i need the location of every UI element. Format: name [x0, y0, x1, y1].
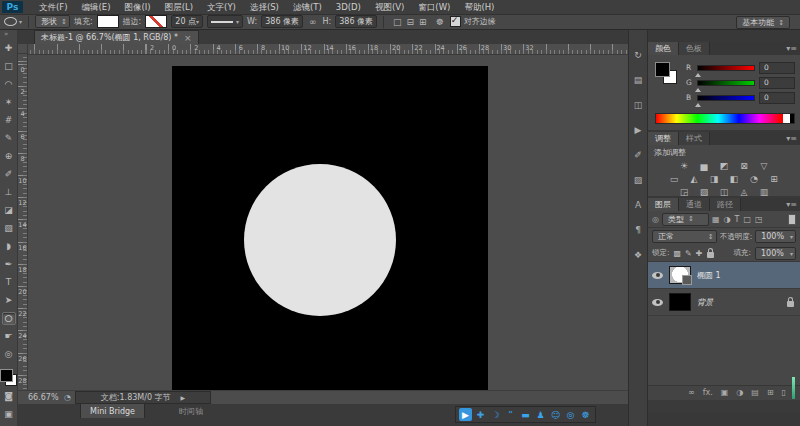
foreground-color-swatch[interactable] — [655, 62, 670, 77]
adj-posterize-icon[interactable]: ▨ — [698, 186, 711, 198]
link-dimensions-icon[interactable]: ∞ — [307, 17, 319, 27]
foreground-background-swatches[interactable] — [0, 369, 17, 386]
menu-3d[interactable]: 3D(D) — [329, 0, 368, 14]
panel-menu-icon[interactable]: ▾≡ — [786, 134, 797, 143]
tab-layers[interactable]: 图层 — [648, 198, 679, 211]
history-panel-icon[interactable]: ↻ — [634, 50, 642, 61]
adj-selective-color-icon[interactable]: ▥ — [758, 186, 771, 198]
green-slider[interactable] — [697, 80, 755, 86]
horizontal-ruler[interactable]: 202468101214161820222426283032 — [28, 44, 628, 55]
mini-bridge-play-icon[interactable]: ▶ — [459, 408, 472, 421]
status-menu-arrow-icon[interactable]: ▶ — [181, 394, 186, 401]
character-panel-icon[interactable]: A — [635, 200, 641, 211]
brush-tool-icon[interactable]: ✐ — [2, 168, 16, 181]
panel-menu-icon[interactable]: ▾≡ — [786, 44, 797, 53]
menu-edit[interactable]: 编辑(E) — [75, 0, 118, 14]
menu-file[interactable]: 文件(F) — [32, 0, 75, 14]
layer-thumbnail[interactable] — [669, 293, 691, 311]
mini-bridge-rotate-icon[interactable]: ☽ — [489, 408, 502, 421]
adj-exposure-icon[interactable]: ⊠ — [738, 160, 751, 172]
lock-position-icon[interactable]: ✚ — [696, 249, 703, 258]
panel-color-swatches[interactable] — [655, 62, 677, 84]
healing-brush-tool-icon[interactable]: ⊕ — [2, 150, 16, 163]
tab-paths[interactable]: 路径 — [710, 198, 741, 211]
properties-panel-icon[interactable]: ▤ — [634, 75, 643, 86]
filter-type-icon[interactable]: T — [735, 215, 740, 224]
clone-stamp-tool-icon[interactable]: ⊥ — [2, 186, 16, 199]
menu-image[interactable]: 图像(I) — [118, 0, 158, 14]
info-panel-icon[interactable]: ◫ — [634, 100, 643, 111]
pen-tool-icon[interactable]: ✒ — [2, 258, 16, 271]
lock-all-icon[interactable] — [707, 252, 714, 258]
adj-threshold-icon[interactable]: ◫ — [718, 186, 731, 198]
tab-swatches[interactable]: 色板 — [679, 42, 710, 55]
screen-mode-button[interactable]: ▣ — [2, 408, 16, 421]
mini-bridge-card-icon[interactable]: ▬ — [519, 408, 532, 421]
panel-menu-icon[interactable]: ▾≡ — [786, 200, 797, 209]
blue-slider[interactable] — [697, 95, 755, 101]
menu-filter[interactable]: 滤镜(T) — [286, 0, 329, 14]
ellipse-tool-icon[interactable]: ○ — [2, 312, 16, 325]
layer-row-ellipse-1[interactable]: 椭圆 1 — [648, 262, 800, 289]
collapse-toolbar-icon[interactable]: » — [4, 30, 8, 38]
magic-wand-tool-icon[interactable]: ✶ — [2, 96, 16, 109]
adj-photo-filter-icon[interactable]: ◧ — [728, 173, 741, 185]
menu-select[interactable]: 选择(S) — [243, 0, 286, 14]
menu-type[interactable]: 文字(Y) — [200, 0, 243, 14]
align-edges-checkbox[interactable] — [450, 16, 461, 27]
gradient-tool-icon[interactable]: ▧ — [2, 222, 16, 235]
adj-color-lookup-icon[interactable]: ⊞ — [768, 173, 781, 185]
stroke-style-dropdown[interactable]: ▾ — [207, 15, 243, 28]
actions-panel-icon[interactable]: ▶ — [635, 125, 642, 136]
new-adjustment-button[interactable]: ◑ — [736, 386, 743, 400]
spectrum-white-swatch[interactable] — [783, 114, 790, 123]
color-spectrum-bar[interactable] — [655, 113, 795, 124]
new-layer-button[interactable]: ⊞ — [767, 386, 774, 400]
type-tool-icon[interactable]: T — [2, 276, 16, 289]
spectrum-black-swatch[interactable] — [790, 114, 794, 123]
blue-value-field[interactable]: 0 — [759, 92, 795, 104]
marquee-tool-icon[interactable]: □ — [2, 60, 16, 73]
shape-height-field[interactable]: 386 像素 — [335, 15, 377, 28]
menu-view[interactable]: 视图(V) — [368, 0, 411, 14]
lasso-tool-icon[interactable]: ◠ — [2, 78, 16, 91]
mini-bridge-settings-icon[interactable]: ☸ — [579, 408, 592, 421]
delete-layer-button[interactable]: ▯ — [782, 386, 786, 400]
stroke-width-field[interactable]: 20 点 ▾ — [171, 15, 203, 28]
menu-window[interactable]: 窗口(W) — [411, 0, 457, 14]
layer-name[interactable]: 椭圆 1 — [697, 270, 721, 281]
mini-bridge-marks-icon[interactable]: ” — [504, 408, 517, 421]
tab-color[interactable]: 颜色 — [648, 42, 679, 55]
document-canvas[interactable] — [172, 66, 488, 390]
fill-field[interactable]: 100% ▾ — [755, 247, 796, 260]
add-mask-button[interactable]: ▣ — [721, 386, 729, 400]
adj-gradient-map-icon[interactable]: ◬ — [738, 186, 751, 198]
fill-swatch[interactable] — [97, 15, 119, 28]
filter-pixel-icon[interactable]: ▦ — [712, 215, 720, 224]
tab-adjustments[interactable]: 调整 — [648, 132, 679, 145]
gear-icon[interactable]: ☸ — [434, 17, 446, 27]
adj-black-white-icon[interactable]: ◨ — [708, 173, 721, 185]
filter-toggle-switch[interactable] — [788, 214, 796, 225]
zoom-level-field[interactable]: 66.67% — [28, 393, 60, 402]
filter-kind-dropdown[interactable]: 类型 ↕ — [662, 213, 709, 226]
adj-curves-icon[interactable]: ◩ — [718, 160, 731, 172]
red-slider[interactable] — [697, 65, 755, 71]
adj-channel-mixer-icon[interactable]: ◔ — [748, 173, 761, 185]
quick-mask-button[interactable]: ◙ — [2, 390, 16, 403]
zoom-tool-icon[interactable]: ◎ — [2, 348, 16, 361]
red-value-field[interactable]: 0 — [759, 62, 795, 74]
link-layers-button[interactable]: ∞ — [688, 386, 695, 400]
visibility-eye-icon[interactable] — [652, 299, 663, 306]
layer-style-button[interactable]: fx. — [703, 386, 713, 400]
filter-smart-object-icon[interactable]: ◳ — [755, 215, 763, 224]
document-tab[interactable]: 未标题-1 @ 66.7%(椭圆 1, RGB/8) * × — [34, 30, 199, 44]
opacity-field[interactable]: 100% ▾ — [755, 230, 796, 243]
visibility-eye-icon[interactable] — [652, 272, 663, 279]
filter-adjustment-icon[interactable]: ◑ — [724, 215, 731, 224]
tool-mode-dropdown[interactable]: 形状 ↕ — [35, 15, 70, 28]
green-value-field[interactable]: 0 — [759, 77, 795, 89]
new-group-button[interactable]: ▤ — [751, 386, 759, 400]
close-icon[interactable]: × — [184, 33, 192, 43]
foreground-color-swatch[interactable] — [0, 369, 13, 382]
